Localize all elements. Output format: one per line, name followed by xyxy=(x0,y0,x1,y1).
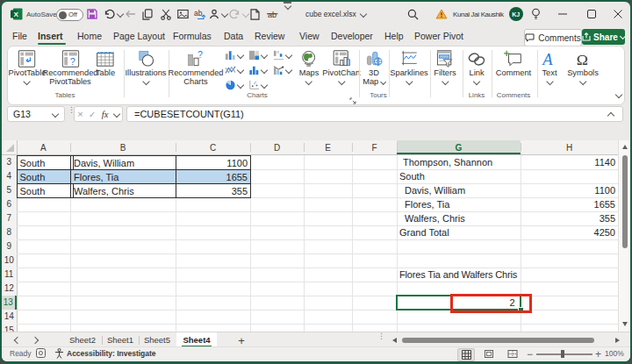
prev-sheet-icon[interactable] xyxy=(14,337,21,344)
insert-function-icon[interactable]: fx xyxy=(102,110,109,119)
undo-dropdown-icon[interactable] xyxy=(117,11,124,18)
waterfall-chart-dropdown-icon[interactable] xyxy=(285,52,292,59)
page-layout-view-button[interactable] xyxy=(481,348,497,360)
document-title[interactable]: cube excel.xlsx xyxy=(305,2,366,26)
maps-dropdown-icon[interactable] xyxy=(305,78,312,85)
pivotchart-dropdown-icon[interactable] xyxy=(338,78,345,85)
tab-help[interactable]: Help xyxy=(384,26,404,46)
filters-button[interactable]: Filters xyxy=(434,49,456,84)
cell-h3[interactable]: 1140 xyxy=(528,155,615,169)
cell-a3[interactable]: South xyxy=(17,155,74,170)
cell-a5[interactable]: South xyxy=(17,183,74,198)
3d-map-dropdown-icon[interactable] xyxy=(380,79,386,85)
cell-g4[interactable]: South xyxy=(399,169,425,183)
back-icon[interactable] xyxy=(125,2,136,26)
row-header-8[interactable]: 8 xyxy=(2,225,17,239)
combo-chart-button[interactable] xyxy=(273,65,291,75)
cell-g8[interactable]: Grand Total xyxy=(399,225,449,239)
tab-developer[interactable]: Developer xyxy=(331,26,373,46)
zoom-slider-track[interactable] xyxy=(536,353,592,355)
scroll-down-icon[interactable] xyxy=(622,322,628,326)
cell-h5[interactable]: 1100 xyxy=(528,183,615,197)
redo-dropdown-icon[interactable] xyxy=(242,11,249,18)
copy-icon[interactable] xyxy=(142,2,153,26)
cell-c4[interactable]: 1655 xyxy=(176,169,251,184)
customize-qat-icon[interactable] xyxy=(284,2,291,26)
picture-icon[interactable] xyxy=(177,2,189,26)
tab-review[interactable]: Review xyxy=(255,26,284,46)
cell-a4[interactable]: South xyxy=(17,169,74,184)
name-box-dropdown-icon[interactable] xyxy=(52,111,59,118)
cell-g6[interactable]: Flores, Tia xyxy=(405,197,449,211)
combo-chart-dropdown-icon[interactable] xyxy=(285,67,292,74)
spelling-icon[interactable]: ab xyxy=(194,2,206,26)
scroll-up-icon[interactable] xyxy=(622,145,628,149)
3d-map-button[interactable]: 3DMap xyxy=(363,49,385,86)
text-button[interactable]: A Text xyxy=(542,49,558,84)
waterfall-chart-button[interactable] xyxy=(273,50,291,61)
sparklines-dropdown-icon[interactable] xyxy=(406,78,413,85)
excel-logo-icon[interactable]: X xyxy=(11,2,23,26)
recommended-pivottables-button[interactable]: ? RecommendedPivotTables xyxy=(42,49,97,86)
row-header-6[interactable]: 6 xyxy=(2,197,17,211)
pie-chart-button[interactable] xyxy=(225,80,243,90)
cell-h6[interactable]: 1655 xyxy=(528,197,615,211)
column-header-e[interactable]: E xyxy=(304,140,352,154)
tab-home[interactable]: Home xyxy=(77,26,102,46)
new-sheet-button[interactable]: + xyxy=(235,334,248,346)
tab-file[interactable]: File xyxy=(12,26,27,46)
account-area[interactable]: Kunal Jai Kaushik KJ xyxy=(435,2,523,26)
table-button[interactable]: Table xyxy=(96,49,115,77)
cut-icon[interactable] xyxy=(161,2,171,26)
column-header-g[interactable]: G xyxy=(397,140,521,154)
sparklines-button[interactable]: Sparklines xyxy=(390,49,427,84)
collapse-ribbon-icon[interactable] xyxy=(615,91,622,98)
search-icon[interactable] xyxy=(407,2,419,26)
recommended-charts-button[interactable]: ? RecommendedCharts xyxy=(168,49,223,86)
redo-button[interactable] xyxy=(229,2,248,26)
cell-g7[interactable]: Walfers, Chris xyxy=(405,211,465,225)
formula-bar-drag-handle[interactable]: ⋮ xyxy=(68,108,71,121)
hscroll-left-icon[interactable] xyxy=(392,338,397,343)
tab-page-layout[interactable]: Page Layout xyxy=(113,26,165,46)
cell-b3[interactable]: Davis, William xyxy=(70,155,176,170)
column-header-a[interactable]: A xyxy=(17,140,71,154)
lightbulb-icon[interactable] xyxy=(531,2,541,26)
column-header-b[interactable]: B xyxy=(70,140,176,154)
comment-button[interactable]: Comment xyxy=(496,49,531,77)
title-dropdown-icon[interactable] xyxy=(359,11,366,18)
avatar[interactable]: KJ xyxy=(509,7,523,21)
new-file-icon[interactable] xyxy=(250,2,260,26)
column-header-d[interactable]: D xyxy=(250,140,304,154)
link-button[interactable]: Link xyxy=(467,49,486,84)
row-header-4[interactable]: 4 xyxy=(2,169,17,183)
row-header-5[interactable]: 5 xyxy=(2,183,17,197)
zoom-level[interactable]: 100% xyxy=(605,349,624,358)
data-range-a3-c5[interactable]: South Davis, William 1100 South Flores, … xyxy=(17,155,252,197)
comments-button[interactable]: Comments xyxy=(524,29,582,46)
spreadsheet-grid[interactable]: A B C D E F G H 3 4 5 6 7 8 9 10 11 12 1… xyxy=(2,140,630,332)
row-header-15[interactable]: 15 xyxy=(2,324,17,332)
filters-dropdown-icon[interactable] xyxy=(442,78,449,85)
row-header-3[interactable]: 3 xyxy=(2,155,17,169)
hscroll-right-icon[interactable] xyxy=(615,338,620,343)
column-header-h[interactable]: H xyxy=(521,140,618,154)
pivottable-button[interactable]: PivotTable xyxy=(9,49,47,84)
cell-h7[interactable]: 355 xyxy=(528,211,615,225)
tab-formulas[interactable]: Formulas xyxy=(173,26,212,46)
symbols-button[interactable]: Ω Symbols xyxy=(567,49,599,84)
scatter-chart-dropdown-icon[interactable] xyxy=(261,82,268,89)
cell-g5[interactable]: Davis, William xyxy=(405,183,465,197)
autosave-toggle[interactable]: Off xyxy=(56,9,83,21)
zoom-in-button[interactable]: + xyxy=(595,348,601,360)
cell-g11[interactable]: Flores Tia and Walfers Chris xyxy=(399,268,517,282)
formula-bar[interactable]: =CUBESETCOUNT(G11) xyxy=(126,106,623,122)
next-sheet-icon[interactable] xyxy=(32,337,39,344)
column-header-f[interactable]: F xyxy=(352,140,397,154)
function-dropdown-icon[interactable] xyxy=(113,111,120,118)
column-chart-dropdown-icon[interactable] xyxy=(237,52,244,59)
line-chart-dropdown-icon[interactable] xyxy=(237,67,244,74)
tab-power-pivot[interactable]: Power Pivot xyxy=(414,26,463,46)
link-dropdown-icon[interactable] xyxy=(473,78,480,85)
name-box[interactable]: G13 xyxy=(7,106,65,122)
